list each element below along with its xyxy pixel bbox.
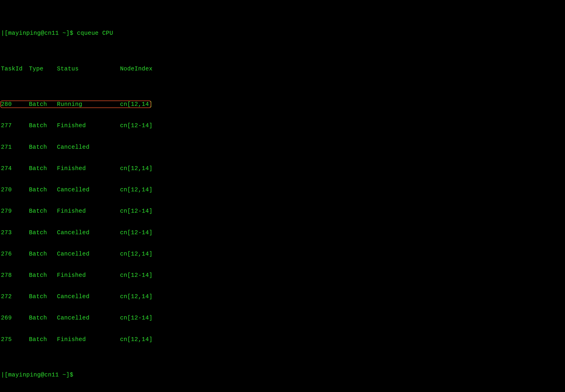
shell-prompt: [mayinping@cn11 ~]$ [5, 30, 73, 37]
cell-type: Batch [29, 101, 57, 108]
cell-nodeindex: cn[12,14] [120, 101, 153, 108]
table-row: 273BatchCancelledcn[12-14] [1, 229, 565, 237]
cell-taskid: 275 [1, 336, 29, 343]
cell-status: Finished [57, 165, 120, 172]
header-type: Type [29, 66, 57, 73]
cell-status: Finished [57, 122, 120, 129]
cell-type: Batch [29, 272, 57, 279]
header-status: Status [57, 66, 120, 73]
table-row: 271BatchCancelled [1, 144, 565, 151]
cell-taskid: 277 [1, 122, 29, 129]
table-row: 278BatchFinishedcn[12-14] [1, 272, 565, 279]
cell-nodeindex: cn[12-14] [120, 229, 153, 237]
table-row: 279BatchFinishedcn[12-14] [1, 208, 565, 215]
cell-status: Finished [57, 208, 120, 215]
cell-status: Cancelled [57, 251, 120, 258]
table-header: TaskIdTypeStatusNodeIndex [1, 66, 565, 73]
table-row: 272BatchCancelledcn[12,14] [1, 293, 565, 300]
table-row: 270BatchCancelledcn[12,14] [1, 186, 565, 194]
cell-status: Cancelled [57, 186, 120, 194]
cell-status: Running [57, 101, 120, 108]
cell-taskid: 269 [1, 315, 29, 322]
cell-nodeindex: cn[12-14] [120, 315, 153, 322]
cell-status: Cancelled [57, 144, 120, 151]
cell-status: Finished [57, 336, 120, 343]
cell-status: Cancelled [57, 315, 120, 322]
cell-taskid: 273 [1, 229, 29, 237]
cell-taskid: 271 [1, 144, 29, 151]
cell-taskid: 278 [1, 272, 29, 279]
table-row: 276BatchCancelledcn[12,14] [1, 251, 565, 258]
cell-taskid: 276 [1, 251, 29, 258]
terminal-output[interactable]: |[mayinping@cn11 ~]$ cqueue CPU TaskIdTy… [0, 0, 565, 392]
cell-nodeindex: cn[12-14] [120, 122, 153, 129]
cell-nodeindex: cn[12,14] [120, 336, 153, 343]
cursor-bar-icon: | [1, 30, 5, 37]
cell-nodeindex: cn[12,14] [120, 251, 153, 258]
cell-nodeindex: cn[12-14] [120, 208, 153, 215]
cell-taskid: 274 [1, 165, 29, 172]
table-row: 277BatchFinishedcn[12-14] [1, 122, 565, 129]
cell-type: Batch [29, 122, 57, 129]
cell-type: Batch [29, 208, 57, 215]
cell-status: Finished [57, 272, 120, 279]
cell-type: Batch [29, 315, 57, 322]
cell-type: Batch [29, 144, 57, 151]
table-row: 275BatchFinishedcn[12,14] [1, 336, 565, 343]
cell-status: Cancelled [57, 293, 120, 300]
cell-status: Cancelled [57, 229, 120, 237]
cell-type: Batch [29, 293, 57, 300]
cell-taskid: 272 [1, 293, 29, 300]
table-row: 280BatchRunningcn[12,14] [1, 101, 565, 108]
header-taskid: TaskId [1, 66, 29, 73]
cell-nodeindex: cn[12,14] [120, 186, 153, 194]
table-row: 274BatchFinishedcn[12,14] [1, 165, 565, 172]
shell-prompt: [mayinping@cn11 ~]$ [5, 372, 73, 378]
cursor-bar-icon: | [1, 372, 5, 378]
cell-type: Batch [29, 336, 57, 343]
cell-taskid: 270 [1, 186, 29, 194]
cell-type: Batch [29, 186, 57, 194]
cell-nodeindex: cn[12-14] [120, 272, 153, 279]
prompt-line[interactable]: |[mayinping@cn11 ~]$ cqueue CPU [1, 30, 565, 37]
cell-nodeindex: cn[12,14] [120, 293, 153, 300]
cell-type: Batch [29, 251, 57, 258]
prompt-line[interactable]: |[mayinping@cn11 ~]$ [1, 372, 565, 379]
header-nodeindex: NodeIndex [120, 66, 153, 73]
cell-taskid: 280 [1, 101, 29, 108]
cell-type: Batch [29, 165, 57, 172]
command-cqueue: cqueue CPU [77, 30, 113, 37]
cell-taskid: 279 [1, 208, 29, 215]
cell-type: Batch [29, 229, 57, 237]
table-row: 269BatchCancelledcn[12-14] [1, 315, 565, 322]
cell-nodeindex: cn[12,14] [120, 165, 153, 172]
